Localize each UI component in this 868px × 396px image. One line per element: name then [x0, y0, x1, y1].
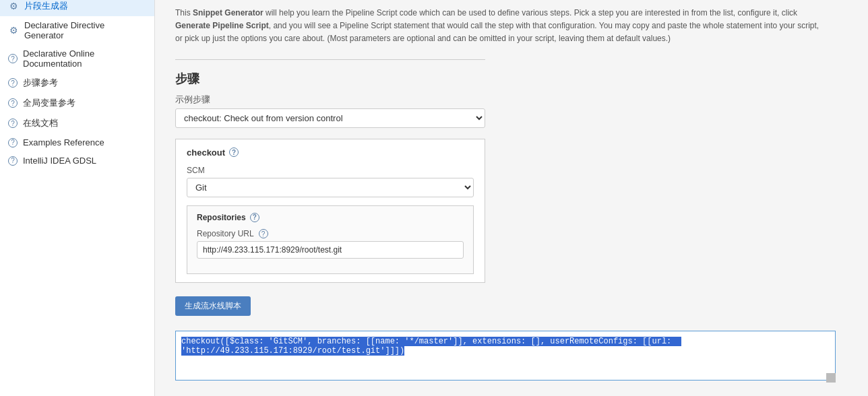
sidebar-item-declarative-directive[interactable]: ⚙ Declarative Directive Generator — [0, 16, 154, 44]
sidebar-item-snippet-generator[interactable]: ⚙ 片段生成器 — [0, 0, 154, 16]
sidebar-snippet-label: 片段生成器 — [24, 0, 68, 12]
checkout-header: checkout ? — [187, 147, 474, 158]
repo-url-label: Repository URL ? — [197, 229, 464, 239]
checkout-help-icon[interactable]: ? — [229, 147, 239, 157]
script-output-textarea[interactable] — [175, 331, 836, 381]
resize-handle-icon[interactable] — [826, 373, 836, 383]
generate-button[interactable]: 生成流水线脚本 — [175, 296, 251, 316]
steps-title: 步骤 — [175, 71, 485, 87]
sidebar-item-examples-ref[interactable]: ? Examples Reference — [0, 133, 154, 152]
snippet-generator-bold: Snippet Generator — [193, 8, 264, 18]
help-icon-examples: ? — [8, 138, 18, 147]
sidebar-steps-label: 步骤参考 — [23, 77, 58, 89]
scm-field-group: SCM Git — [187, 166, 474, 197]
sidebar-item-online-docs[interactable]: ? 在线文档 — [0, 113, 154, 133]
sidebar-directive-label: Declarative Directive Generator — [24, 20, 146, 40]
repo-url-help-icon[interactable]: ? — [259, 229, 268, 238]
scm-label: SCM — [187, 166, 474, 175]
checkout-label: checkout — [187, 147, 225, 158]
sidebar-global-label: 全局变量参考 — [23, 97, 75, 109]
sidebar: ↩ 返回 ⚙ 片段生成器 ⚙ Declarative Directive Gen… — [0, 0, 155, 396]
repositories-box: Repositories ? Repository URL ? — [187, 205, 474, 275]
repositories-header: Repositories ? — [197, 213, 464, 222]
sidebar-item-declarative-docs[interactable]: ? Declarative Online Documentation — [0, 44, 154, 73]
sidebar-item-global-vars[interactable]: ? 全局变量参考 — [0, 93, 154, 113]
sidebar-item-intellij-gdsl[interactable]: ? IntelliJ IDEA GDSL — [0, 152, 154, 170]
main-content: 概览 This Snippet Generator will help you … — [155, 0, 868, 396]
generate-pipeline-bold: Generate Pipeline Script — [175, 21, 269, 30]
help-icon-global: ? — [8, 98, 18, 108]
repo-url-field-group: Repository URL ? — [197, 229, 464, 259]
overview-description: This Snippet Generator will help you lea… — [175, 7, 822, 46]
sidebar-examples-label: Examples Reference — [23, 137, 104, 147]
help-icon-docs: ? — [8, 54, 18, 63]
step-select[interactable]: checkout: Check out from version control — [175, 108, 485, 128]
repositories-label: Repositories — [197, 213, 246, 222]
help-icon-steps: ? — [8, 78, 18, 88]
steps-section: 步骤 示例步骤 checkout: Check out from version… — [175, 71, 485, 284]
divider-1 — [175, 59, 485, 60]
sidebar-item-steps-ref[interactable]: ? 步骤参考 — [0, 73, 154, 93]
gear-icon-snippet: ⚙ — [8, 1, 19, 11]
sidebar-intellij-label: IntelliJ IDEA GDSL — [23, 156, 96, 166]
sidebar-docs-label: Declarative Online Documentation — [23, 48, 146, 69]
step-field-label: 示例步骤 — [175, 94, 485, 106]
help-icon-intellij: ? — [8, 156, 18, 166]
layout: ↩ 返回 ⚙ 片段生成器 ⚙ Declarative Directive Gen… — [0, 0, 868, 396]
repo-url-label-text: Repository URL — [197, 229, 253, 238]
gear-icon-directive: ⚙ — [8, 25, 19, 36]
sidebar-online-label: 在线文档 — [23, 117, 58, 129]
scm-select[interactable]: Git — [187, 178, 474, 197]
script-output-container — [175, 323, 836, 383]
help-icon-online: ? — [8, 119, 18, 128]
checkout-box: checkout ? SCM Git Repositories ? — [175, 139, 485, 284]
step-field-group: 示例步骤 checkout: Check out from version co… — [175, 94, 485, 128]
repo-url-input[interactable] — [197, 241, 464, 259]
repositories-help-icon[interactable]: ? — [250, 213, 259, 222]
